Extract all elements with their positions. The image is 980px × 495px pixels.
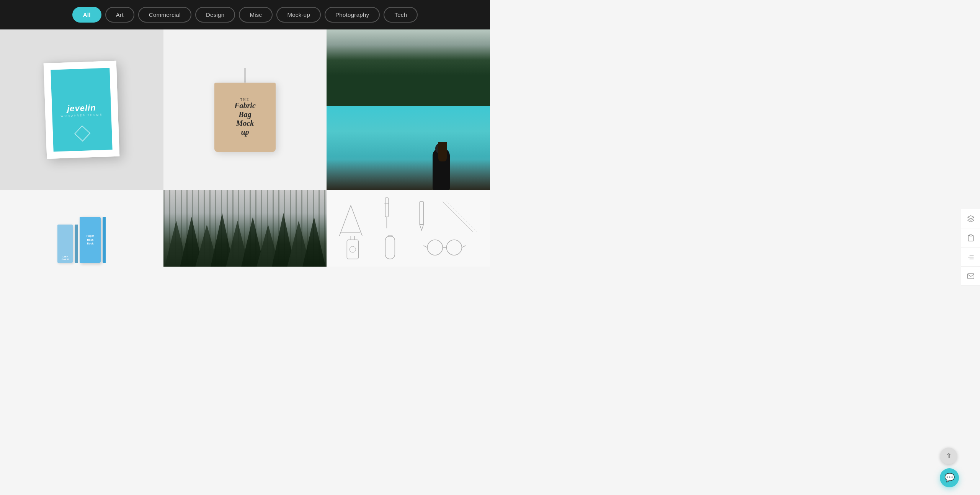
sketch-visual — [327, 190, 490, 267]
forest-svg — [163, 205, 327, 267]
bag-text-fabric: Fabric — [234, 101, 256, 110]
svg-marker-9 — [302, 217, 325, 267]
bag-mockup-visual: THE Fabric Bag Mock up — [163, 29, 327, 190]
sketch-svg — [327, 190, 490, 267]
forest-photo-visual — [163, 190, 327, 267]
filter-all[interactable]: All — [72, 7, 101, 23]
grid-item-sketch[interactable] — [327, 190, 490, 267]
filter-design[interactable]: Design — [195, 7, 235, 23]
book-main-spine — [103, 217, 106, 263]
svg-line-27 — [424, 246, 428, 248]
grid-item-lake[interactable] — [327, 29, 490, 190]
filter-tech[interactable]: Tech — [384, 7, 418, 23]
grid-item-forest[interactable] — [163, 190, 327, 267]
filter-art[interactable]: Art — [105, 7, 134, 23]
nav-header: All Art Commercial Design Misc Mock-up P… — [0, 0, 490, 29]
person-hair — [438, 142, 447, 161]
bag-text-up: up — [241, 128, 249, 136]
svg-line-30 — [447, 202, 477, 232]
lake-shore — [327, 160, 490, 190]
bag-text-the: THE — [234, 98, 256, 101]
bag-shape: THE Fabric Bag Mock up — [211, 68, 279, 152]
filter-nav: All Art Commercial Design Misc Mock-up P… — [72, 7, 418, 23]
filter-photography[interactable]: Photography — [325, 7, 380, 23]
svg-line-11 — [351, 205, 363, 236]
diamond-decoration — [74, 125, 90, 142]
mountain-bg — [327, 29, 490, 106]
svg-rect-16 — [420, 202, 424, 225]
filter-misc[interactable]: Misc — [239, 7, 273, 23]
filter-mockup[interactable]: Mock-up — [276, 7, 321, 23]
lake-photo-visual — [327, 29, 490, 190]
svg-rect-18 — [347, 240, 359, 259]
book-1-spine — [75, 225, 78, 263]
person-figure — [431, 140, 452, 190]
book-main-title: PaperBackBook — [87, 234, 94, 245]
svg-point-21 — [350, 246, 356, 252]
portfolio-grid: jevelin WORDPRES THEME THE Fabric Bag Mo… — [0, 29, 490, 267]
svg-line-29 — [443, 202, 474, 232]
grid-item-books[interactable]: Left PBook M PaperBackBook — [0, 190, 163, 267]
svg-rect-13 — [385, 198, 389, 217]
grid-item-bag[interactable]: THE Fabric Bag Mock up — [163, 29, 327, 190]
bag-text-mock: Mock — [236, 119, 254, 127]
book-1: Left PBook M — [57, 225, 73, 263]
books-group: Left PBook M PaperBackBook — [57, 217, 106, 267]
svg-point-24 — [428, 240, 443, 255]
filter-commercial[interactable]: Commercial — [138, 7, 191, 23]
frame-mockup-visual: jevelin WORDPRES THEME — [0, 29, 163, 190]
brand-name: jevelin — [67, 103, 96, 114]
book-1-text: Left PBook M — [62, 256, 69, 261]
bag-string — [245, 68, 245, 83]
svg-line-28 — [462, 246, 466, 248]
bag-label-text: THE Fabric Bag Mock up — [234, 98, 256, 137]
book-main: PaperBackBook — [80, 217, 101, 263]
brand-sub: WORDPRES THEME — [61, 113, 103, 117]
bag-body: THE Fabric Bag Mock up — [214, 83, 276, 152]
photo-frame: jevelin WORDPRES THEME — [44, 61, 120, 159]
grid-item-frame[interactable]: jevelin WORDPRES THEME — [0, 29, 163, 190]
books-visual: Left PBook M PaperBackBook — [0, 190, 163, 267]
svg-point-25 — [447, 240, 462, 255]
frame-content: jevelin WORDPRES THEME — [51, 68, 113, 151]
bag-text-bag: Bag — [238, 110, 251, 119]
svg-line-10 — [340, 205, 351, 236]
svg-marker-17 — [420, 225, 424, 230]
svg-rect-22 — [385, 236, 395, 259]
